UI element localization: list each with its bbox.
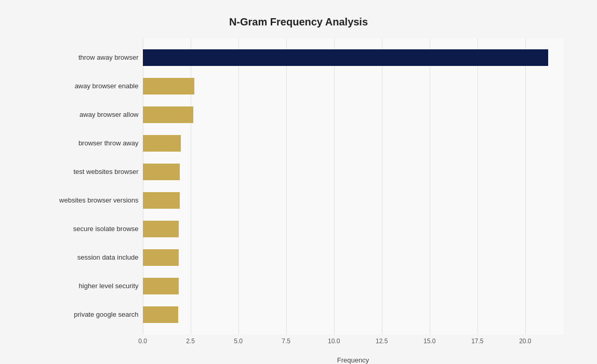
x-tick: 2.5 bbox=[186, 338, 195, 345]
chart-container: N-Gram Frequency Analysis throw away bro… bbox=[13, 6, 585, 359]
y-label: test websites browser bbox=[34, 160, 139, 184]
bar-row bbox=[143, 76, 564, 97]
bar bbox=[143, 249, 179, 266]
x-tick: 7.5 bbox=[282, 338, 290, 345]
bar-row bbox=[143, 219, 564, 239]
y-label: away browser enable bbox=[34, 74, 139, 98]
x-axis-label: Frequency bbox=[143, 356, 564, 364]
grid-and-bars bbox=[143, 38, 564, 334]
bar bbox=[143, 278, 179, 294]
bar-row bbox=[143, 247, 564, 268]
x-tick: 12.5 bbox=[376, 338, 388, 345]
bar bbox=[143, 192, 180, 209]
bar bbox=[143, 49, 549, 66]
chart-area: throw away browseraway browser enableawa… bbox=[34, 38, 564, 334]
x-tick: 17.5 bbox=[471, 338, 483, 345]
bar-row bbox=[143, 161, 564, 182]
bar bbox=[143, 306, 178, 323]
bar bbox=[143, 164, 180, 180]
y-label: secure isolate browse bbox=[34, 217, 139, 241]
bar bbox=[143, 221, 179, 237]
y-label: away browser allow bbox=[34, 103, 139, 127]
x-tick: 15.0 bbox=[423, 338, 435, 345]
bar-row bbox=[143, 133, 564, 154]
bar bbox=[143, 135, 181, 152]
y-labels: throw away browseraway browser enableawa… bbox=[34, 38, 143, 334]
y-label: browser throw away bbox=[34, 131, 139, 155]
y-label: session data include bbox=[34, 246, 139, 269]
x-tick: 0.0 bbox=[138, 338, 147, 345]
y-label: throw away browser bbox=[34, 46, 139, 70]
chart-title: N-Gram Frequency Analysis bbox=[34, 16, 564, 28]
bar-row bbox=[143, 304, 564, 325]
bar-row bbox=[143, 190, 564, 211]
bar bbox=[143, 106, 194, 123]
bar-row bbox=[143, 276, 564, 296]
x-tick: 5.0 bbox=[234, 338, 243, 345]
y-label: websites browser versions bbox=[34, 188, 139, 212]
x-axis: 0.02.55.07.510.012.515.017.520.0 bbox=[143, 334, 564, 345]
x-tick: 20.0 bbox=[519, 338, 531, 345]
bars-wrapper bbox=[143, 44, 564, 329]
bars-area bbox=[143, 38, 564, 334]
y-label: private google search bbox=[34, 303, 139, 327]
bar-row bbox=[143, 104, 564, 125]
bar-row bbox=[143, 47, 564, 68]
y-label: higher level security bbox=[34, 274, 139, 298]
bar bbox=[143, 78, 194, 95]
x-tick: 10.0 bbox=[328, 338, 340, 345]
